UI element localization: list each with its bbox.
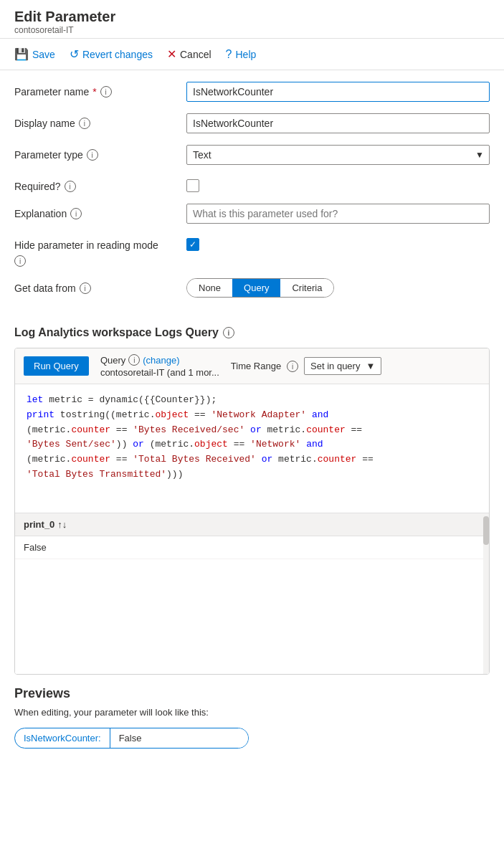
query-label-info-icon[interactable]: i [128, 354, 140, 366]
display-name-label: Display name i [14, 113, 186, 129]
results-empty-area [15, 559, 489, 674]
time-range-area: Time Range i Set in query ▼ [231, 357, 381, 375]
display-name-control [186, 113, 490, 133]
help-label: Help [235, 49, 256, 60]
explanation-control [186, 204, 490, 224]
display-name-info-icon[interactable]: i [79, 118, 90, 129]
sort-icon[interactable]: ↑↓ [57, 519, 67, 530]
results-cell-false: False [24, 542, 47, 553]
query-source-row: Query i (change) [100, 354, 219, 366]
get-data-radio-group: None Query Criteria [186, 278, 334, 298]
required-info-icon[interactable]: i [65, 181, 76, 192]
required-row: Required? i [14, 176, 490, 192]
display-name-row: Display name i [14, 113, 490, 133]
form-area: Parameter name * i Display name i Parame… [0, 70, 504, 320]
get-data-none-option[interactable]: None [187, 279, 232, 297]
query-change-link[interactable]: (change) [143, 355, 179, 366]
explanation-label: Explanation i [14, 204, 186, 219]
parameter-name-label: Parameter name * i [14, 82, 186, 98]
previews-description: When editing, your parameter will look l… [14, 707, 490, 718]
hide-param-main-label: Hide parameter in reading mode [14, 235, 186, 251]
parameter-name-row: Parameter name * i [14, 82, 490, 102]
time-range-info-icon[interactable]: i [287, 361, 298, 372]
query-source-value: contosoretail-IT (and 1 mor... [100, 367, 219, 378]
parameter-name-input[interactable] [186, 82, 490, 102]
hide-param-checkbox[interactable]: ✓ [186, 238, 199, 251]
get-data-control: None Query Criteria [186, 278, 490, 298]
hide-param-label-area: Hide parameter in reading mode i [14, 235, 186, 267]
required-control [186, 176, 490, 192]
hide-param-checkbox-wrapper: ✓ [186, 235, 490, 251]
results-scroll[interactable]: print_0 ↑↓ False [15, 513, 489, 674]
get-data-query-option[interactable]: Query [232, 279, 280, 297]
save-icon: 💾 [14, 47, 29, 61]
hide-param-row: Hide parameter in reading mode i ✓ [14, 235, 490, 267]
parameter-type-select-wrapper: Text ▼ [186, 145, 490, 165]
required-checkbox-wrapper [186, 176, 490, 192]
code-line-4: 'Bytes Sent/sec')) or (metric.object == … [27, 437, 477, 452]
hide-param-sub-label: i [14, 254, 186, 267]
save-label: Save [32, 49, 55, 60]
code-line-2: print tostring((metric.object == 'Networ… [27, 408, 477, 423]
page-subtitle: contosoretail-IT [14, 25, 490, 35]
hide-param-control: ✓ [186, 235, 490, 251]
parameter-type-label: Parameter type i [14, 145, 186, 161]
cancel-label: Cancel [180, 49, 211, 60]
previews-title: Previews [14, 686, 490, 701]
time-range-value: Set in query [310, 361, 360, 371]
required-checkbox[interactable] [186, 179, 199, 192]
parameter-name-control [186, 82, 490, 102]
code-line-1: let metric = dynamic({{Counter}}); [27, 393, 477, 408]
query-section-title: Log Analytics workspace Logs Query i [0, 320, 504, 348]
explanation-info-icon[interactable]: i [70, 208, 82, 219]
revert-icon: ↺ [70, 47, 79, 61]
parameter-type-info-icon[interactable]: i [87, 149, 98, 161]
help-button[interactable]: ? Help [226, 45, 257, 64]
get-data-info-icon[interactable]: i [80, 282, 91, 294]
query-label: Query [100, 355, 125, 366]
parameter-name-info-icon[interactable]: i [100, 86, 112, 98]
get-data-label: Get data from i [14, 278, 186, 294]
code-line-5: (metric.counter == 'Total Bytes Received… [27, 452, 477, 467]
query-container: Run Query Query i (change) contosoretail… [14, 348, 490, 675]
previews-section: Previews When editing, your parameter wi… [0, 675, 504, 760]
code-line-3: (metric.counter == 'Bytes Received/sec' … [27, 423, 477, 438]
cancel-button[interactable]: ✕ Cancel [167, 44, 211, 64]
page-title: Edit Parameter [14, 9, 490, 25]
explanation-row: Explanation i [14, 204, 490, 224]
time-range-chevron-icon: ▼ [366, 361, 375, 371]
help-icon: ? [226, 48, 232, 61]
display-name-input[interactable] [186, 113, 490, 133]
time-range-label: Time Range i [231, 360, 298, 373]
required-asterisk: * [92, 86, 96, 98]
parameter-type-select[interactable]: Text [186, 145, 490, 165]
query-section-info-icon[interactable]: i [223, 327, 234, 338]
code-line-6: 'Total Bytes Transmitted'))) [27, 467, 477, 483]
revert-button[interactable]: ↺ Revert changes [70, 44, 153, 64]
explanation-input[interactable] [186, 204, 490, 224]
results-col-print0: print_0 ↑↓ [24, 519, 67, 530]
results-scrollbar-thumb[interactable] [483, 516, 489, 545]
query-header: Run Query Query i (change) contosoretail… [15, 348, 489, 384]
cancel-icon: ✕ [167, 47, 176, 61]
get-data-criteria-option[interactable]: Criteria [280, 279, 333, 297]
page-header: Edit Parameter contosoretail-IT [0, 0, 504, 39]
query-source-value-row: contosoretail-IT (and 1 mor... [100, 367, 219, 378]
parameter-type-control: Text ▼ [186, 145, 490, 165]
results-scrollbar-track[interactable] [483, 513, 489, 674]
preview-pill-value[interactable] [110, 728, 248, 748]
run-query-button[interactable]: Run Query [24, 356, 89, 376]
results-area: print_0 ↑↓ False [15, 513, 489, 674]
code-area: let metric = dynamic({{Counter}}); print… [15, 384, 489, 513]
preview-pill: IsNetworkCounter: [14, 728, 249, 749]
save-button[interactable]: 💾 Save [14, 44, 55, 64]
query-info: Query i (change) contosoretail-IT (and 1… [100, 354, 219, 378]
toolbar: 💾 Save ↺ Revert changes ✕ Cancel ? Help [0, 39, 504, 70]
results-header: print_0 ↑↓ [15, 513, 489, 536]
required-label: Required? i [14, 176, 186, 192]
get-data-row: Get data from i None Query Criteria [14, 278, 490, 298]
preview-pill-label: IsNetworkCounter: [15, 728, 110, 748]
results-row: False [15, 536, 489, 559]
hide-param-info-icon[interactable]: i [14, 255, 26, 267]
time-range-select[interactable]: Set in query ▼ [304, 357, 381, 375]
